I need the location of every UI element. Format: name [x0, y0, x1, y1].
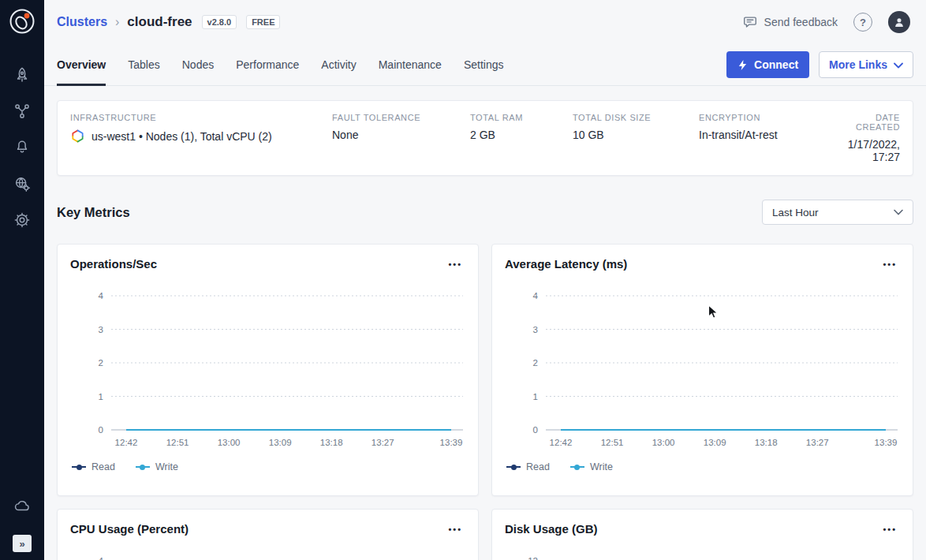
app-root: » Clusters › cloud-free v2.8.0 FREE Send… [0, 0, 926, 560]
tabs: Overview Tables Nodes Performance Activi… [57, 44, 503, 85]
avatar[interactable] [888, 11, 910, 33]
sidebar-item-getting-started[interactable] [6, 59, 38, 91]
chart-title: Disk Usage (GB) [505, 522, 598, 536]
svg-text:0: 0 [533, 425, 538, 435]
topbar: Clusters › cloud-free v2.8.0 FREE Send f… [44, 0, 926, 44]
chart-title: Operations/Sec [70, 257, 157, 271]
tab-bar: Overview Tables Nodes Performance Activi… [44, 44, 926, 86]
svg-text:2: 2 [99, 358, 103, 368]
ellipsis-menu-icon[interactable]: ••• [445, 258, 465, 271]
info-total-ram: TOTAL RAM 2 GB [470, 113, 573, 163]
info-value: us-west1 • Nodes (1), Total vCPU (2) [91, 130, 272, 143]
cluster-nodes-icon [13, 103, 31, 120]
info-value: In-transit/At-rest [699, 129, 831, 141]
svg-text:13:39: 13:39 [440, 438, 463, 447]
app-logo-icon[interactable] [9, 8, 35, 37]
chevron-down-icon [894, 209, 903, 215]
svg-text:13:18: 13:18 [755, 438, 778, 447]
gcp-icon [70, 129, 85, 144]
legend-item-write[interactable]: Write [570, 461, 613, 472]
send-feedback-button[interactable]: Send feedback [742, 14, 838, 30]
chevron-down-icon [894, 58, 903, 71]
info-fault-tolerance: FAULT TOLERANCE None [332, 113, 470, 163]
svg-text:12:51: 12:51 [601, 438, 624, 447]
legend-item-write[interactable]: Write [136, 461, 178, 472]
cloud-icon [13, 498, 31, 515]
chart-legend: ReadWrite [70, 461, 465, 472]
svg-text:2: 2 [533, 358, 538, 368]
chart-card-average-latency: Average Latency (ms) ••• 0123412:4212:51… [491, 244, 913, 496]
svg-text:13:18: 13:18 [320, 438, 343, 447]
metrics-header: Key Metrics Last Hour [57, 200, 913, 225]
time-range-value: Last Hour [772, 207, 819, 218]
chart-card-operations-sec: Operations/Sec ••• 0123412:4212:5113:001… [57, 244, 479, 496]
time-range-select[interactable]: Last Hour [762, 200, 913, 225]
svg-text:12:51: 12:51 [166, 438, 189, 447]
svg-text:3: 3 [533, 325, 538, 334]
tab-activity[interactable]: Activity [321, 44, 356, 85]
ellipsis-menu-icon[interactable]: ••• [879, 523, 900, 536]
svg-text:12:42: 12:42 [550, 438, 573, 447]
info-label: ENCRYPTION [699, 113, 831, 122]
tab-nodes[interactable]: Nodes [182, 44, 214, 85]
svg-text:4: 4 [533, 291, 539, 301]
svg-text:13:00: 13:00 [218, 438, 241, 447]
info-label: INFRASTRUCTURE [70, 113, 332, 122]
key-metrics-heading: Key Metrics [57, 205, 130, 220]
charts-grid: Operations/Sec ••• 0123412:4212:5113:001… [57, 244, 913, 560]
legend-item-read[interactable]: Read [506, 461, 550, 472]
connect-button[interactable]: Connect [726, 51, 809, 78]
svg-text:13:39: 13:39 [875, 438, 898, 447]
chart-cpu-usage: 01234 [70, 547, 465, 560]
connect-bolt-icon [737, 59, 748, 71]
send-feedback-label: Send feedback [764, 16, 838, 28]
info-infrastructure: INFRASTRUCTURE us-west1 • Nodes (1), Tot… [70, 113, 332, 163]
info-label: DATE CREATED [831, 113, 900, 132]
tab-tables[interactable]: Tables [128, 44, 159, 85]
info-value: 2 GB [470, 129, 573, 141]
info-value: None [332, 129, 470, 141]
tab-maintenance[interactable]: Maintenance [379, 44, 442, 85]
svg-text:1: 1 [99, 392, 103, 401]
svg-text:12:42: 12:42 [115, 438, 138, 447]
svg-text:13:27: 13:27 [806, 438, 829, 447]
svg-text:1: 1 [533, 392, 538, 401]
svg-text:4: 4 [99, 556, 104, 560]
tab-overview[interactable]: Overview [57, 44, 106, 85]
globe-gear-icon [13, 175, 31, 192]
info-label: TOTAL RAM [470, 113, 573, 122]
chart-legend: ReadWrite [505, 461, 900, 472]
more-links-button[interactable]: More Links [819, 51, 913, 78]
info-encryption: ENCRYPTION In-transit/At-rest [699, 113, 831, 163]
content: INFRASTRUCTURE us-west1 • Nodes (1), Tot… [44, 86, 926, 560]
sidebar: » [0, 0, 44, 560]
sidebar-item-settings[interactable] [6, 204, 38, 236]
sidebar-expand-button[interactable]: » [13, 535, 32, 552]
ellipsis-menu-icon[interactable]: ••• [879, 258, 900, 271]
chart-average-latency: 0123412:4212:5113:0013:0913:1813:2713:39 [505, 282, 900, 452]
sidebar-nav [6, 54, 38, 241]
svg-text:13:27: 13:27 [372, 438, 394, 447]
breadcrumb: Clusters › cloud-free v2.8.0 FREE [57, 14, 280, 30]
sidebar-item-clusters[interactable] [6, 95, 38, 127]
cluster-name: cloud-free [127, 14, 192, 30]
topbar-right: Send feedback ? [742, 11, 910, 33]
breadcrumb-clusters-link[interactable]: Clusters [57, 15, 107, 29]
cluster-info-bar: INFRASTRUCTURE us-west1 • Nodes (1), Tot… [57, 100, 913, 176]
ellipsis-menu-icon[interactable]: ••• [445, 523, 465, 536]
svg-text:13:09: 13:09 [269, 438, 292, 447]
svg-text:3: 3 [99, 325, 103, 334]
sidebar-item-organization[interactable] [6, 168, 38, 200]
sidebar-item-cloud[interactable] [6, 491, 38, 522]
help-button[interactable]: ? [853, 13, 872, 32]
svg-text:0: 0 [99, 425, 103, 435]
version-badge: v2.8.0 [202, 15, 237, 29]
sidebar-item-alerts[interactable] [6, 132, 38, 163]
svg-text:13:09: 13:09 [704, 438, 726, 447]
svg-text:4: 4 [99, 291, 104, 301]
chart-card-cpu-usage: CPU Usage (Percent) ••• 01234 [57, 509, 479, 560]
tab-settings[interactable]: Settings [464, 44, 504, 85]
help-icon: ? [860, 17, 866, 28]
tab-performance[interactable]: Performance [236, 44, 299, 85]
legend-item-read[interactable]: Read [72, 461, 115, 472]
